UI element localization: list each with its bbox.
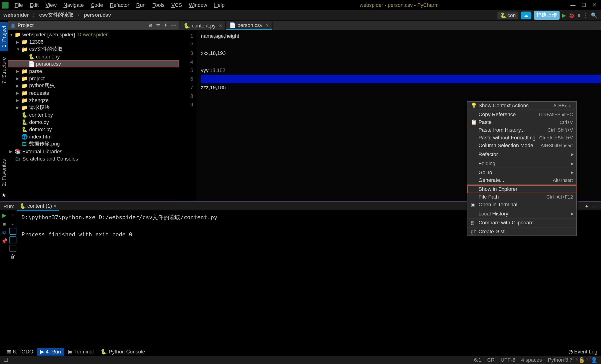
tree-arrow-icon[interactable]: ▶ <box>16 98 21 102</box>
run-config-selector[interactable]: 🐍con <box>498 11 518 19</box>
context-menu-item[interactable]: 💡Show Context ActionsAlt+Enter <box>467 102 576 109</box>
line-separator[interactable]: CR <box>487 357 495 363</box>
inspections-icon[interactable]: 👤 <box>591 357 597 363</box>
tree-item[interactable]: ▶📁12306 <box>8 38 179 46</box>
tree-item[interactable]: ▶📁zhengze <box>8 97 179 104</box>
line-number[interactable]: 2 <box>179 40 193 49</box>
context-menu-item[interactable]: Refactor▸ <box>467 151 576 158</box>
line-number[interactable]: 8 <box>179 92 193 100</box>
tree-arrow-icon[interactable]: ▶ <box>9 149 15 153</box>
pin-button[interactable]: 📌 <box>1 238 8 244</box>
code-line[interactable] <box>201 58 601 66</box>
context-menu-item[interactable]: ghCreate Gist... <box>467 228 576 236</box>
menu-view[interactable]: View <box>42 1 60 9</box>
tree-item[interactable]: 🌐index.html <box>8 133 179 140</box>
locate-icon[interactable]: ⊕ <box>148 22 152 28</box>
scroll-to-end-button[interactable] <box>9 236 16 243</box>
maximize-button[interactable]: ☐ <box>581 2 586 8</box>
context-menu-item[interactable]: Column Selection ModeAlt+Shift+Insert <box>467 141 576 149</box>
code-line[interactable] <box>201 92 601 100</box>
tree-item[interactable]: ▶📁requests <box>8 89 179 97</box>
run-settings-icon[interactable]: ✦ <box>585 203 589 209</box>
encoding[interactable]: UTF-8 <box>501 357 515 363</box>
tree-item[interactable]: 🗂Scratches and Consoles <box>8 155 179 162</box>
soft-wrap-button[interactable] <box>9 228 16 235</box>
caret-position[interactable]: 6:1 <box>474 357 481 363</box>
tree-arrow-icon[interactable]: ▶ <box>16 105 21 110</box>
menu-vcs[interactable]: VCS <box>168 1 185 9</box>
side-tab-favorites[interactable]: 2: Favorites <box>0 156 8 190</box>
menu-code[interactable]: Code <box>87 1 107 9</box>
context-menu-item[interactable]: ⎘Compare with Clipboard <box>467 219 576 226</box>
menu-navigate[interactable]: Navigate <box>60 1 87 9</box>
search-everywhere-button[interactable]: 🔍 <box>591 12 597 18</box>
run-button[interactable]: ▶ <box>562 12 566 18</box>
tree-arrow-icon[interactable]: ▶ <box>16 76 21 80</box>
tree-item[interactable]: 🖼数据传输.png <box>8 140 179 148</box>
bottom-tab[interactable]: ▶4: Run <box>37 348 64 355</box>
tree-item[interactable]: ▶📁python爬虫 <box>8 82 179 89</box>
side-tab-structure[interactable]: 7: Structure <box>0 53 8 87</box>
code-line[interactable] <box>201 75 601 83</box>
menu-file[interactable]: File <box>11 1 27 9</box>
context-menu-item[interactable]: Local History▸ <box>467 210 576 217</box>
context-menu-item[interactable]: File PathCtrl+Alt+F12 <box>467 193 576 201</box>
print-button[interactable] <box>9 245 16 252</box>
code-line[interactable]: yyy,18,182 <box>201 66 601 75</box>
tree-arrow-icon[interactable]: ▶ <box>16 40 21 44</box>
line-number[interactable]: 7 <box>179 83 193 92</box>
minimize-button[interactable]: — <box>570 2 575 8</box>
context-menu-item[interactable]: Generate...Alt+Insert <box>467 176 576 184</box>
favorites-star-icon[interactable]: ★ <box>1 192 6 198</box>
menu-edit[interactable]: Edit <box>26 1 42 9</box>
bottom-tab[interactable]: ▣Terminal <box>64 348 97 355</box>
tree-item[interactable]: ▶📁parse <box>8 67 179 75</box>
editor-tab[interactable]: 🐍content.py× <box>180 21 226 30</box>
line-number[interactable]: 6 <box>179 75 193 83</box>
context-menu-item[interactable]: Show in Explorer <box>467 185 576 193</box>
tree-item[interactable]: 🐍content.py <box>8 53 179 60</box>
context-menu-item[interactable]: ▣Open in Terminal <box>467 201 576 209</box>
context-menu-item[interactable]: Folding▸ <box>467 160 576 167</box>
stop-button[interactable]: ■ <box>578 12 581 18</box>
stop-run-button[interactable]: ■ <box>3 221 6 227</box>
menu-help[interactable]: Help <box>210 1 228 9</box>
menu-refactor[interactable]: Refactor <box>106 1 133 9</box>
hide-icon[interactable]: — <box>171 22 176 28</box>
code-line[interactable]: name,age,height <box>201 32 601 40</box>
editor-context-menu[interactable]: 💡Show Context ActionsAlt+EnterCopy Refer… <box>467 101 577 236</box>
run-hide-icon[interactable]: — <box>592 203 598 209</box>
context-menu-item[interactable]: 📋PasteCtrl+V <box>467 118 576 126</box>
down-button[interactable]: ↓ <box>11 220 14 226</box>
close-tab-icon[interactable]: × <box>219 23 222 29</box>
side-tab-project[interactable]: 1: Project <box>0 22 8 51</box>
clear-button[interactable]: 🗑 <box>10 254 16 260</box>
tree-item[interactable]: 🐍domo.py <box>8 118 179 126</box>
debug-button[interactable]: 🐞 <box>569 12 575 18</box>
line-number[interactable]: 1 <box>179 32 193 40</box>
breadcrumb-item[interactable]: csv文件的读取 <box>39 12 73 18</box>
tree-item[interactable]: 🐍domo2.py <box>8 126 179 133</box>
context-menu-item[interactable]: Go To▸ <box>467 168 576 176</box>
close-tab-icon[interactable]: × <box>266 22 269 28</box>
editor-tab[interactable]: 📄person.csv× <box>226 21 272 30</box>
interpreter[interactable]: Python 3.7 <box>548 357 573 363</box>
project-tree[interactable]: ▼📁webspider [web spider]D:\webspider▶📁12… <box>8 30 179 201</box>
tree-arrow-icon[interactable]: ▶ <box>16 91 21 95</box>
rerun-button[interactable]: ▶ <box>2 212 6 218</box>
tree-item[interactable]: ▶📁请求模块 <box>8 104 179 111</box>
code-line[interactable]: xxx,18,193 <box>201 49 601 58</box>
context-menu-item[interactable]: Paste without FormattingCtrl+Alt+Shift+V <box>467 134 576 141</box>
up-button[interactable]: ↑ <box>11 212 14 218</box>
breadcrumb-item[interactable]: webspider <box>3 12 29 18</box>
tree-item[interactable]: 📄person.csv <box>8 60 179 67</box>
tree-item[interactable]: ▶📁project <box>8 75 179 82</box>
line-number[interactable]: 5 <box>179 66 193 75</box>
close-button[interactable]: ✕ <box>592 2 597 8</box>
line-number[interactable]: 4 <box>179 58 193 66</box>
lock-icon[interactable]: 🔓 <box>579 357 585 363</box>
line-number[interactable]: 3 <box>179 49 193 58</box>
tree-arrow-icon[interactable]: ▼ <box>16 47 21 51</box>
tree-arrow-icon[interactable]: ▶ <box>16 69 21 73</box>
run-tab[interactable]: 🐍 content (1) × <box>17 202 59 210</box>
